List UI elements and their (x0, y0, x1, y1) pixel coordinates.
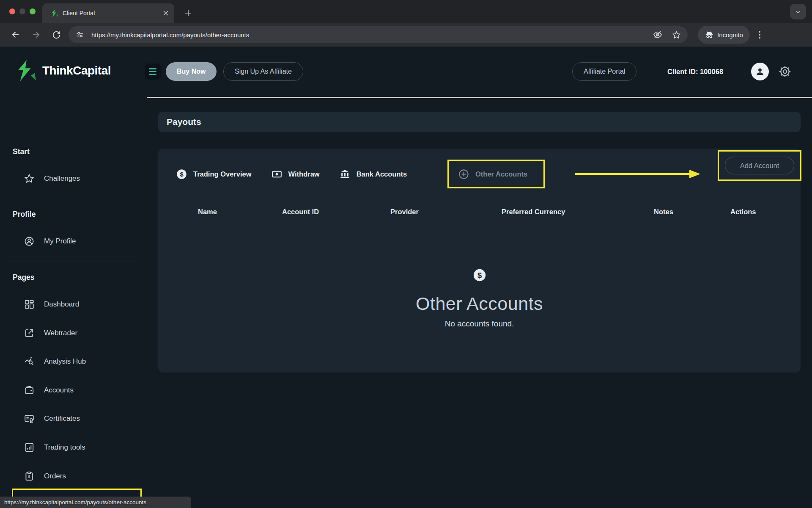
tab-trading-overview[interactable]: $ Trading Overview (176, 168, 252, 180)
column-header-account-id: Account ID (282, 208, 319, 216)
person-circle-icon (24, 236, 35, 247)
gear-icon (778, 65, 792, 78)
kebab-menu-icon (755, 30, 764, 39)
person-icon (754, 66, 765, 77)
eye-off-icon[interactable] (652, 29, 663, 40)
settings-button[interactable] (778, 65, 792, 78)
tab-label: Withdraw (288, 170, 320, 178)
site-settings-icon[interactable] (74, 29, 85, 40)
minimize-window-button[interactable] (19, 8, 25, 14)
back-arrow-icon (11, 30, 21, 40)
tab-withdraw[interactable]: Withdraw (271, 168, 320, 180)
avatar[interactable] (751, 63, 769, 80)
sidebar-item-trading-tools[interactable]: Trading tools (0, 439, 147, 456)
sidebar-divider (8, 197, 140, 197)
plus-circle-icon (458, 168, 469, 180)
browser-tab[interactable]: Client Portal (42, 3, 174, 23)
column-header-preferred-currency: Preferred Currency (502, 208, 565, 216)
empty-state-message: No accounts found. (158, 319, 801, 329)
table-header-divider (170, 226, 789, 226)
client-portal-app: ThinkCapital Buy Now Sign Up As Affiliat… (0, 47, 812, 508)
thinkcapital-logo-icon (13, 59, 37, 82)
tab-label: Other Accounts (475, 170, 527, 178)
close-tab-icon[interactable] (162, 10, 169, 17)
url-text[interactable]: https://my.thinkcapitalportal.com/payout… (91, 31, 652, 39)
sidebar-toggle-button[interactable] (145, 64, 161, 80)
sidebar-section-pages: Pages (13, 273, 35, 282)
brand-name: ThinkCapital (42, 64, 111, 77)
dollar-circle-filled-icon: $ (472, 268, 487, 282)
favicon-logo-icon (50, 9, 58, 17)
sidebar-item-label: Webtrader (44, 329, 77, 337)
bookmark-star-icon[interactable] (671, 29, 682, 40)
tab-label: Bank Accounts (357, 170, 407, 178)
sidebar-section-profile: Profile (13, 210, 36, 219)
affiliate-portal-button[interactable]: Affiliate Portal (572, 62, 636, 81)
sidebar-item-dashboard[interactable]: Dashboard (0, 296, 147, 312)
incognito-badge: Incognito (698, 26, 750, 44)
sidebar-item-accounts[interactable]: Accounts (0, 382, 147, 398)
incognito-icon (705, 30, 714, 39)
browser-tabstrip: Client Portal (0, 0, 812, 23)
sidebar-item-my-profile[interactable]: My Profile (0, 233, 147, 249)
sidebar-item-label: Trading tools (44, 443, 85, 452)
sidebar-divider (8, 262, 140, 262)
column-header-actions: Actions (730, 208, 756, 216)
window-controls (9, 8, 36, 14)
client-id-label: Client ID: 100068 (667, 68, 723, 76)
bank-icon (339, 168, 351, 180)
annotation-box-add-account: Add Account (718, 150, 801, 181)
sign-up-affiliate-button[interactable]: Sign Up As Affiliate (223, 62, 303, 81)
page-title-bar: Payouts (158, 112, 801, 132)
dashboard-grid-icon (24, 299, 35, 310)
cash-icon (271, 168, 283, 180)
brand[interactable]: ThinkCapital (13, 59, 111, 82)
column-header-notes: Notes (654, 208, 673, 216)
back-button[interactable] (9, 28, 22, 41)
reload-button[interactable] (50, 28, 63, 41)
add-account-button[interactable]: Add Account (725, 157, 794, 174)
payouts-tabs: $ Trading Overview Withdraw (176, 160, 407, 188)
hamburger-icon (149, 68, 156, 69)
close-window-button[interactable] (9, 8, 15, 14)
sidebar-item-label: My Profile (44, 237, 76, 246)
svg-text:$: $ (28, 474, 30, 479)
status-url: https://my.thinkcapitalportal.com/payout… (4, 499, 146, 505)
svg-text:$: $ (180, 171, 183, 177)
annotation-arrow (574, 168, 701, 180)
tab-search-button[interactable] (790, 4, 806, 19)
sidebar-item-label: Analysis Hub (44, 357, 86, 366)
address-bar[interactable]: https://my.thinkcapitalportal.com/payout… (69, 26, 688, 43)
sidebar-item-webtrader[interactable]: Webtrader (0, 325, 147, 341)
tab-label: Trading Overview (193, 170, 252, 178)
sidebar-item-label: Orders (44, 472, 66, 480)
annotation-box-other-accounts: Other Accounts (447, 160, 545, 188)
svg-text:$: $ (477, 271, 481, 280)
new-tab-button[interactable] (182, 7, 195, 19)
empty-state-title: Other Accounts (158, 293, 801, 314)
sidebar-item-challenges[interactable]: Challenges (0, 171, 147, 187)
column-header-provider: Provider (390, 208, 419, 216)
sidebar-section-start: Start (13, 147, 30, 156)
dollar-circle-filled-icon: $ (176, 168, 187, 180)
browser-menu-button[interactable] (754, 28, 765, 41)
star-icon (24, 173, 35, 184)
sidebar-item-analysis-hub[interactable]: Analysis Hub (0, 353, 147, 370)
certificate-icon (24, 413, 35, 424)
forward-button[interactable] (30, 28, 42, 41)
payouts-card: $ Trading Overview Withdraw (158, 149, 801, 373)
tab-bank-accounts[interactable]: Bank Accounts (339, 168, 407, 180)
column-header-name: Name (198, 208, 217, 216)
browser-toolbar: https://my.thinkcapitalportal.com/payout… (0, 23, 812, 47)
status-bar: https://my.thinkcapitalportal.com/payout… (0, 497, 191, 508)
sidebar-item-label: Certificates (44, 414, 80, 423)
zoom-window-button[interactable] (30, 8, 36, 14)
sidebar-item-orders[interactable]: $ Orders (0, 468, 147, 484)
sidebar-item-certificates[interactable]: Certificates (0, 411, 147, 427)
tab-other-accounts[interactable]: Other Accounts (458, 168, 527, 180)
screen: Client Portal (0, 0, 812, 508)
buy-now-button[interactable]: Buy Now (166, 62, 217, 81)
sidebar-item-label: Accounts (44, 386, 74, 395)
clipboard-dollar-icon: $ (24, 471, 35, 482)
content-top-divider (147, 97, 812, 98)
